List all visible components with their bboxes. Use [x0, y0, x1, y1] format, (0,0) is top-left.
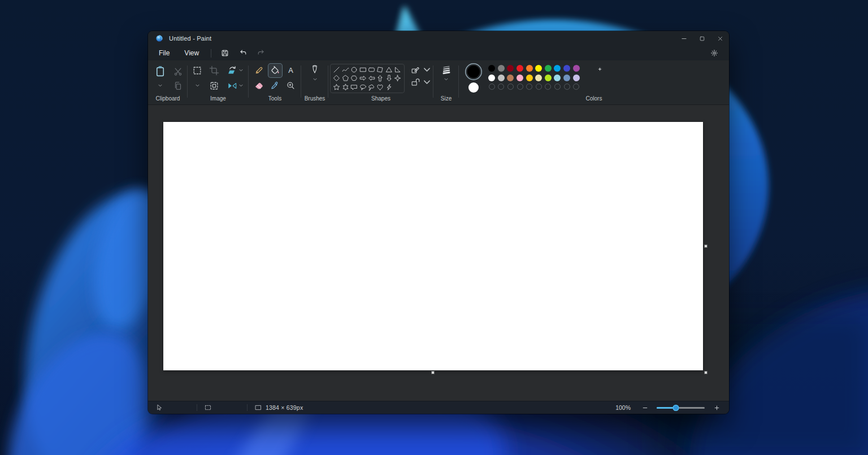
shape-line[interactable] — [332, 65, 341, 74]
desktop[interactable]: Untitled - Paint File View — [0, 0, 868, 455]
shape-diamond[interactable] — [332, 74, 341, 82]
copy-button[interactable] — [173, 81, 183, 91]
color1-swatch[interactable] — [467, 65, 480, 78]
shape-oval[interactable] — [350, 65, 358, 74]
palette-color[interactable] — [517, 65, 523, 72]
custom-color-slot[interactable] — [489, 84, 495, 90]
custom-color-slot[interactable] — [517, 84, 523, 90]
custom-color-slot[interactable] — [545, 84, 551, 90]
palette-color[interactable] — [488, 75, 495, 81]
select-dropdown[interactable] — [195, 83, 200, 88]
shape-star-four[interactable] — [393, 74, 402, 82]
shape-lightning[interactable] — [385, 83, 393, 91]
canvas-resize-handle-corner[interactable] — [704, 371, 708, 374]
size-dropdown[interactable] — [444, 77, 449, 82]
palette-color[interactable] — [554, 75, 561, 81]
color2-swatch[interactable] — [468, 82, 479, 93]
shape-triangle[interactable] — [385, 65, 393, 74]
shape-hexagon[interactable] — [350, 74, 358, 82]
undo-button[interactable] — [236, 46, 250, 60]
flip-dropdown[interactable] — [238, 83, 244, 88]
eraser-tool-button[interactable] — [252, 78, 267, 93]
rotate-dropdown[interactable] — [238, 68, 244, 73]
shape-star-six[interactable] — [341, 83, 350, 91]
shape-fill-button[interactable] — [411, 77, 420, 87]
custom-color-slot[interactable] — [554, 84, 561, 90]
pencil-tool-button[interactable] — [252, 63, 267, 78]
custom-color-slot[interactable] — [498, 84, 504, 90]
brushes-dropdown[interactable] — [313, 77, 318, 82]
custom-color-slot[interactable] — [526, 84, 532, 90]
minimize-button[interactable] — [675, 31, 693, 46]
shape-rounded-rectangle[interactable] — [367, 65, 376, 74]
palette-color[interactable] — [507, 65, 514, 72]
edit-colors-button[interactable] — [588, 68, 602, 81]
shape-arrow-up[interactable] — [376, 74, 384, 82]
paste-dropdown[interactable] — [158, 83, 163, 88]
palette-color[interactable] — [573, 75, 580, 81]
palette-color[interactable] — [563, 75, 570, 81]
palette-color[interactable] — [535, 75, 542, 81]
fill-tool-button[interactable] — [268, 63, 283, 78]
shape-curve[interactable] — [341, 65, 350, 74]
palette-color[interactable] — [498, 75, 505, 81]
drawing-canvas[interactable] — [163, 122, 703, 370]
canvas-resize-handle-bottom[interactable] — [431, 371, 435, 374]
shape-pentagon[interactable] — [341, 74, 350, 82]
palette-color[interactable] — [488, 65, 495, 72]
menu-file[interactable]: File — [151, 47, 177, 59]
shape-outline-dropdown[interactable] — [422, 65, 432, 75]
palette-color[interactable] — [563, 65, 570, 72]
resize-button[interactable] — [209, 81, 219, 91]
brushes-button[interactable] — [310, 64, 320, 75]
select-button[interactable] — [192, 65, 202, 76]
zoom-slider[interactable] — [657, 404, 705, 412]
crop-button[interactable] — [209, 65, 219, 76]
settings-gear-icon[interactable] — [707, 46, 722, 60]
canvas-resize-handle-right[interactable] — [704, 244, 708, 248]
palette-color[interactable] — [554, 65, 561, 72]
flip-button[interactable] — [227, 81, 237, 91]
shape-polygon[interactable] — [376, 65, 384, 74]
shape-right-triangle[interactable] — [393, 65, 402, 74]
size-button[interactable] — [441, 64, 452, 75]
text-tool-button[interactable]: A — [284, 63, 298, 78]
palette-color[interactable] — [517, 75, 523, 81]
custom-color-slot[interactable] — [564, 84, 570, 90]
close-button[interactable] — [711, 31, 729, 46]
palette-color[interactable] — [498, 65, 505, 72]
menu-view[interactable]: View — [177, 47, 206, 59]
maximize-button[interactable] — [693, 31, 711, 46]
shape-arrow-right[interactable] — [359, 74, 367, 82]
palette-color[interactable] — [526, 75, 533, 81]
titlebar[interactable]: Untitled - Paint — [148, 31, 729, 46]
shape-callout-cloud[interactable] — [367, 83, 376, 91]
palette-color[interactable] — [545, 65, 552, 72]
custom-color-slot[interactable] — [573, 84, 579, 90]
custom-color-slot[interactable] — [507, 84, 514, 90]
zoom-out-button[interactable] — [640, 403, 649, 412]
eyedropper-tool-button[interactable] — [268, 78, 283, 93]
shape-rectangle[interactable] — [359, 65, 367, 74]
shape-arrow-down[interactable] — [385, 74, 393, 82]
shape-fill-dropdown[interactable] — [422, 77, 432, 87]
palette-color[interactable] — [535, 65, 542, 72]
shape-heart[interactable] — [376, 83, 384, 91]
palette-color[interactable] — [545, 75, 552, 81]
shape-arrow-left[interactable] — [367, 74, 376, 82]
redo-button[interactable] — [254, 46, 268, 60]
save-button[interactable] — [218, 46, 232, 60]
palette-color[interactable] — [526, 65, 533, 72]
shape-callout-rectangle[interactable] — [350, 83, 358, 91]
shape-callout-oval[interactable] — [359, 83, 367, 91]
cut-button[interactable] — [173, 67, 183, 77]
magnifier-tool-button[interactable] — [284, 78, 298, 93]
palette-color[interactable] — [573, 65, 580, 72]
zoom-slider-thumb[interactable] — [673, 405, 679, 411]
zoom-in-button[interactable] — [712, 403, 721, 412]
custom-color-slot[interactable] — [536, 84, 542, 90]
shape-star-five[interactable] — [332, 83, 341, 91]
paste-button[interactable] — [154, 65, 167, 78]
palette-color[interactable] — [507, 75, 514, 81]
shape-outline-button[interactable] — [411, 65, 420, 75]
